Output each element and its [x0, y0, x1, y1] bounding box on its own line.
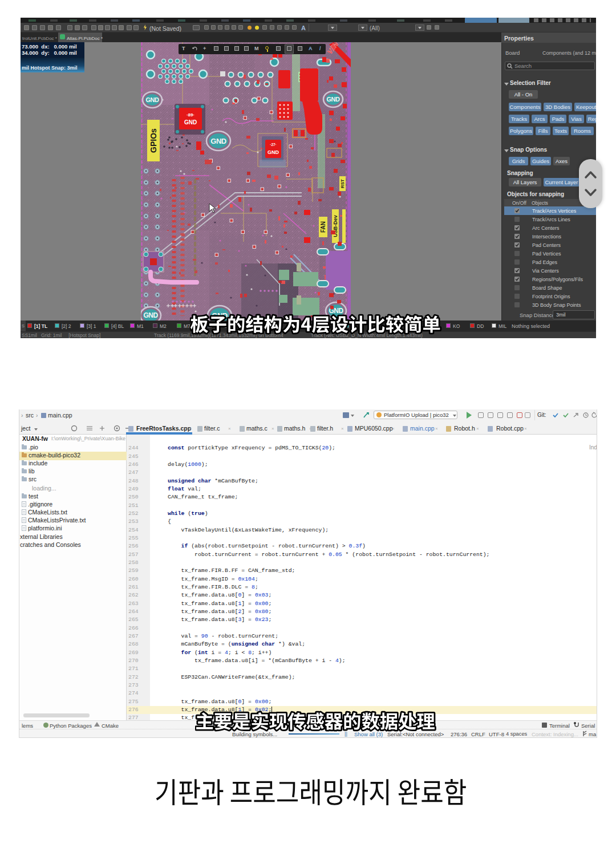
svg-text:RST: RST: [340, 179, 345, 188]
svg-text:GND: GND: [146, 96, 160, 103]
svg-text:GND: GND: [143, 311, 158, 319]
svg-text:GPIOs: GPIOs: [149, 128, 158, 153]
svg-text:GND: GND: [327, 96, 341, 103]
svg-text:·89·: ·89·: [187, 112, 194, 117]
svg-text:FAN: FAN: [320, 221, 326, 233]
svg-text:GND: GND: [210, 137, 226, 145]
svg-text:GND: GND: [268, 149, 279, 155]
svg-text:·27·: ·27·: [270, 143, 277, 147]
svg-text:GND: GND: [184, 119, 197, 125]
